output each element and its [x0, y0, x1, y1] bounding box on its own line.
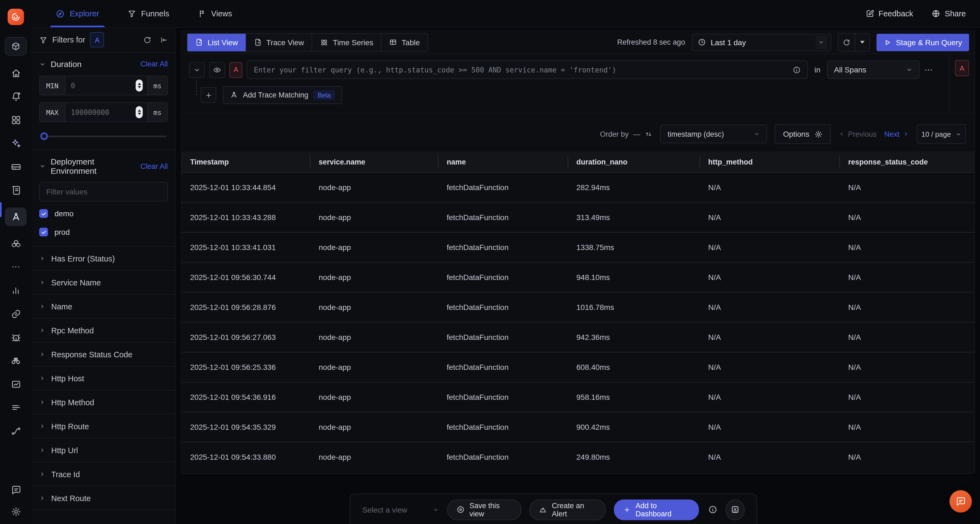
next-page-button[interactable]: Next	[884, 130, 909, 138]
tab-trace-view[interactable]: Trace View	[246, 33, 312, 51]
info-icon[interactable]	[792, 65, 801, 74]
create-alert-button[interactable]: Create an Alert	[530, 499, 606, 520]
settings-gear-icon[interactable]	[10, 505, 22, 518]
support-chat-icon[interactable]	[10, 484, 22, 496]
ai-sparkles-icon[interactable]	[10, 137, 22, 149]
filter-section-next-route[interactable]: Next Route	[32, 486, 175, 510]
min-stepper[interactable]	[136, 80, 143, 91]
dashboards-grid-icon[interactable]	[10, 114, 22, 126]
add-trace-matching-button[interactable]: Add Trace Matching Beta	[223, 86, 342, 104]
filter-query-input[interactable]: Enter your filter query (e.g., http.stat…	[247, 61, 808, 79]
deployment-clear-all-link[interactable]: Clear All	[140, 162, 168, 170]
table-row[interactable]: 2025-12-01 10:33:44.854 node-app fetchDa…	[181, 172, 975, 202]
pipelines-icon[interactable]	[10, 425, 22, 437]
save-view-button[interactable]: Save this view	[447, 499, 521, 520]
checkbox-checked[interactable]	[39, 209, 48, 218]
previous-label: Previous	[848, 130, 877, 138]
duration-header[interactable]: Duration Clear All	[39, 59, 168, 68]
exceptions-bug-icon[interactable]	[10, 331, 22, 343]
info-icon[interactable]	[708, 505, 717, 514]
duration-min-input[interactable]: 0	[65, 76, 147, 95]
filter-section-rpc-method[interactable]: Rpc Method	[32, 319, 175, 342]
query-visibility-button[interactable]	[209, 62, 225, 78]
feedback-button[interactable]: Feedback	[865, 9, 913, 18]
filter-section-has-error[interactable]: Has Error (Status)	[32, 247, 175, 271]
metrics-bars-icon[interactable]	[10, 284, 22, 296]
options-button[interactable]: Options	[775, 124, 831, 144]
signoz-logo[interactable]	[8, 9, 24, 25]
filter-values-input[interactable]: Filter values	[39, 182, 168, 202]
add-to-dashboard-button[interactable]: Add to Dashboard	[614, 499, 698, 520]
table-row[interactable]: 2025-12-01 10:33:43.288 node-app fetchDa…	[181, 202, 975, 232]
max-stepper[interactable]	[136, 106, 143, 118]
alerts-bell-icon[interactable]	[10, 91, 22, 102]
select-view-dropdown[interactable]: Select a view	[362, 505, 439, 514]
billing-list-icon[interactable]	[10, 401, 22, 413]
span-scope-select[interactable]: All Spans	[827, 61, 920, 79]
query-a-badge-right[interactable]: A	[955, 60, 969, 76]
explore-binoculars-icon[interactable]	[10, 355, 22, 366]
tab-views[interactable]: Views	[195, 0, 234, 27]
time-range-select[interactable]: Last 1 day	[692, 33, 831, 51]
refresh-icon-button[interactable]	[838, 33, 855, 51]
filter-section-service-name[interactable]: Service Name	[32, 271, 175, 295]
share-label: Share	[945, 9, 966, 18]
list-view-icon	[195, 38, 203, 46]
slider-handle[interactable]	[40, 132, 48, 140]
more-ellipsis-icon[interactable]	[10, 261, 22, 273]
table-row[interactable]: 2025-12-01 09:54:33.880 node-app fetchDa…	[181, 442, 975, 472]
filter-section-name[interactable]: Name	[32, 295, 175, 319]
logs-scroll-icon[interactable]	[10, 184, 22, 196]
charts-frame-icon[interactable]	[10, 378, 22, 390]
page-size-select[interactable]: 10 / page	[917, 124, 966, 144]
infrastructure-server-icon[interactable]	[10, 161, 22, 173]
checkbox-checked[interactable]	[39, 228, 48, 236]
deployment-env-header[interactable]: Deployment Environment Clear All	[39, 157, 168, 175]
stage-run-query-button[interactable]: Stage & Run Query	[876, 33, 969, 51]
tab-funnels[interactable]: Funnels	[125, 0, 171, 27]
hide-panel-button[interactable]	[725, 499, 745, 520]
query-a-badge[interactable]: A	[229, 62, 242, 78]
filter-section-http-route[interactable]: Http Route	[32, 414, 175, 438]
tab-time-series[interactable]: Time Series	[312, 33, 381, 51]
add-query-button[interactable]	[200, 87, 216, 103]
duration-clear-all-link[interactable]: Clear All	[140, 60, 168, 68]
chevron-right-icon	[39, 255, 45, 261]
slider-track[interactable]	[40, 135, 167, 137]
previous-page-button[interactable]: Previous	[838, 130, 877, 138]
table-row[interactable]: 2025-12-01 09:56:27.063 node-app fetchDa…	[181, 322, 975, 352]
query-collapse-button[interactable]	[189, 62, 205, 78]
table-row[interactable]: 2025-12-01 09:54:36.916 node-app fetchDa…	[181, 382, 975, 412]
table-row[interactable]: 2025-12-01 09:56:25.336 node-app fetchDa…	[181, 352, 975, 382]
onboarding-package-icon[interactable]	[5, 37, 27, 56]
tab-list-view[interactable]: List View	[188, 33, 246, 51]
share-button[interactable]: Share	[932, 9, 966, 18]
order-by-select[interactable]: timestamp (desc)	[660, 125, 767, 143]
table-row[interactable]: 2025-12-01 09:54:35.329 node-app fetchDa…	[181, 412, 975, 442]
env-option-prod[interactable]: prod	[39, 226, 168, 239]
tab-explorer[interactable]: Explorer	[53, 0, 101, 27]
duration-max-input[interactable]: 100000000	[65, 103, 147, 121]
filter-section-response-status[interactable]: Response Status Code	[32, 342, 175, 366]
table-row[interactable]: 2025-12-01 09:56:28.876 node-app fetchDa…	[181, 292, 975, 322]
table-row[interactable]: 2025-12-01 10:33:41.031 node-app fetchDa…	[181, 232, 975, 262]
refresh-dropdown-button[interactable]	[855, 33, 869, 51]
filter-section-http-method[interactable]: Http Method	[32, 390, 175, 414]
filter-section-trace-id[interactable]: Trace Id	[32, 462, 175, 486]
query-row: A Enter your filter query (e.g., http.st…	[189, 61, 933, 79]
tab-table[interactable]: Table	[381, 33, 427, 51]
services-boxes-icon[interactable]	[10, 237, 22, 250]
home-icon[interactable]	[10, 67, 22, 79]
support-chat-fab[interactable]	[950, 490, 972, 513]
query-more-button[interactable]	[924, 65, 933, 74]
sync-refresh-icon[interactable]	[143, 36, 151, 44]
table-row[interactable]: 2025-12-01 09:56:30.744 node-app fetchDa…	[181, 262, 975, 292]
filter-section-http-host[interactable]: Http Host	[32, 366, 175, 390]
filter-section-http-url[interactable]: Http Url	[32, 438, 175, 462]
integrations-link-icon[interactable]	[10, 308, 22, 320]
cell-duration: 608.40ms	[568, 363, 700, 371]
env-option-demo[interactable]: demo	[39, 207, 168, 220]
query-a-badge[interactable]: A	[90, 32, 104, 48]
traces-route-icon[interactable]	[5, 207, 27, 226]
collapse-panel-icon[interactable]	[160, 36, 168, 44]
